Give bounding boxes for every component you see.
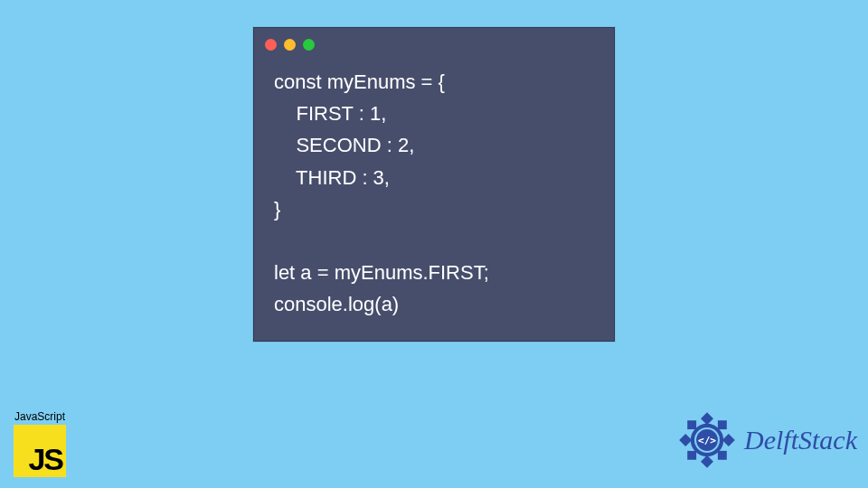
javascript-logo-text: JS [28, 442, 62, 477]
delftstack-logo-icon: </> [675, 408, 739, 472]
javascript-logo-icon: JS [14, 425, 66, 477]
minimize-icon [284, 39, 296, 51]
svg-text:</>: </> [698, 435, 716, 446]
code-content: const myEnums = { FIRST : 1, SECOND : 2,… [254, 53, 614, 341]
javascript-label: JavaScript [7, 410, 72, 423]
delftstack-brand: </> DelftStack [675, 408, 857, 472]
close-icon [265, 39, 277, 51]
window-titlebar [254, 28, 614, 53]
code-window: const myEnums = { FIRST : 1, SECOND : 2,… [253, 27, 615, 342]
javascript-badge: JavaScript JS [7, 410, 72, 477]
delftstack-text: DelftStack [744, 425, 857, 455]
maximize-icon [303, 39, 315, 51]
